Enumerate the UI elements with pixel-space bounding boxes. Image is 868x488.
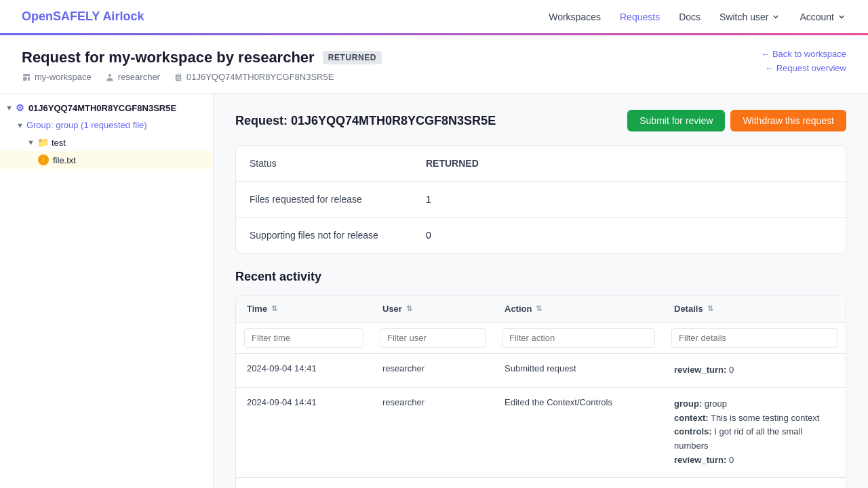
table-row: 2024-09-04 14:41 researcher Submitted re… xyxy=(236,354,846,388)
workspace-icon xyxy=(22,73,31,82)
files-value: 1 xyxy=(426,194,431,205)
tree-folder-test[interactable]: ▼ 📁 test xyxy=(0,134,213,151)
col-header-action[interactable]: Action ⇅ xyxy=(494,296,663,322)
main-layout: ▼ ⚙ 01J6YQQ74MTH0R8YCGF8N3SR5E ▼ Group: … xyxy=(0,94,868,488)
status-row-supporting: Supporting files not for release 0 xyxy=(236,218,846,253)
filter-row xyxy=(236,323,846,354)
activity-user: researcher xyxy=(372,388,494,477)
col-header-time[interactable]: Time ⇅ xyxy=(236,296,372,322)
account-chevron-icon xyxy=(837,12,846,22)
nav-account[interactable]: Account xyxy=(800,12,846,22)
status-row-files: Files requested for release 1 xyxy=(236,182,846,218)
nav-workspaces[interactable]: Workspaces xyxy=(549,12,601,22)
caret-icon: ▼ xyxy=(5,104,13,112)
filter-action-input[interactable] xyxy=(502,328,655,348)
request-overview-link[interactable]: ← Request overview xyxy=(765,63,846,73)
files-label: Files requested for release xyxy=(250,194,426,205)
activity-action: Submitted request xyxy=(494,354,663,387)
header: OpenSAFELY Airlock Workspaces Requests D… xyxy=(0,0,868,35)
filter-time-input[interactable] xyxy=(244,328,363,348)
supporting-value: 0 xyxy=(426,230,431,241)
request-title: Request: 01J6YQQ74MTH0R8YCGF8N3SR5E xyxy=(235,114,496,128)
breadcrumb-researcher: researcher xyxy=(105,72,160,82)
page-actions: ← Back to workspace ← Request overview xyxy=(761,49,846,73)
activity-header-row: Time ⇅ User ⇅ Action ⇅ Details ⇅ xyxy=(236,296,846,323)
request-icon xyxy=(174,73,183,82)
main-nav: Workspaces Requests Docs Switch user Acc… xyxy=(549,12,846,22)
table-row: path: test/file.txtgroup: group xyxy=(236,478,846,488)
filter-details-input[interactable] xyxy=(671,328,837,348)
file-warning-icon: ! xyxy=(38,155,49,165)
filter-user-input[interactable] xyxy=(380,328,486,348)
back-to-workspace-link[interactable]: ← Back to workspace xyxy=(761,49,846,59)
sort-action-icon: ⇅ xyxy=(536,304,542,313)
status-row-status: Status RETURNED xyxy=(236,146,846,182)
activity-action xyxy=(494,478,663,488)
logo-opensafely: OpenSAFELY xyxy=(22,9,100,23)
action-buttons: Submit for review Withdraw this request xyxy=(627,110,846,131)
page-title-researcher: researcher xyxy=(238,49,315,66)
status-badge: RETURNED xyxy=(323,51,382,64)
tree-file-txt[interactable]: ! file.txt xyxy=(0,151,213,169)
folder-icon: 📁 xyxy=(37,137,49,148)
supporting-label: Supporting files not for release xyxy=(250,230,426,241)
chevron-down-icon xyxy=(771,12,781,22)
status-label: Status xyxy=(250,158,426,169)
activity-user: researcher xyxy=(372,354,494,387)
table-row: 2024-09-04 14:41 researcher Edited the C… xyxy=(236,388,846,478)
submit-for-review-button[interactable]: Submit for review xyxy=(627,110,725,131)
activity-details: group: groupcontext: This is some testin… xyxy=(663,388,846,477)
activity-rows: 2024-09-04 14:41 researcher Submitted re… xyxy=(236,354,846,488)
page-title: Request for my-workspace by researcher R… xyxy=(22,49,382,66)
sort-details-icon: ⇅ xyxy=(707,304,713,313)
breadcrumbs: my-workspace researcher 01J6YQQ74MTH0R8Y… xyxy=(22,72,382,82)
activity-section: Recent activity Time ⇅ User ⇅ Action ⇅ xyxy=(235,270,846,488)
sidebar: ▼ ⚙ 01J6YQQ74MTH0R8YCGF8N3SR5E ▼ Group: … xyxy=(0,94,214,488)
nav-requests[interactable]: Requests xyxy=(620,12,660,22)
tree-root[interactable]: ▼ ⚙ 01J6YQQ74MTH0R8YCGF8N3SR5E xyxy=(0,99,213,117)
user-icon xyxy=(105,73,115,82)
sort-user-icon: ⇅ xyxy=(406,304,412,313)
filter-cell-action xyxy=(494,323,663,353)
activity-user xyxy=(372,478,494,488)
activity-time xyxy=(236,478,372,488)
activity-time: 2024-09-04 14:41 xyxy=(236,388,372,477)
activity-table: Time ⇅ User ⇅ Action ⇅ Details ⇅ xyxy=(235,295,846,488)
logo[interactable]: OpenSAFELY Airlock xyxy=(22,9,144,24)
activity-details: review_turn: 0 xyxy=(663,354,846,387)
nav-switch-user[interactable]: Switch user xyxy=(719,12,781,22)
sort-time-icon: ⇅ xyxy=(271,304,277,313)
request-header: Request: 01J6YQQ74MTH0R8YCGF8N3SR5E Subm… xyxy=(235,110,846,131)
status-table: Status RETURNED Files requested for rele… xyxy=(235,145,846,253)
tree-group[interactable]: ▼ Group: group (1 requested file) xyxy=(0,117,213,134)
filter-cell-time xyxy=(236,323,372,353)
nav-docs[interactable]: Docs xyxy=(679,12,701,22)
breadcrumb-workspace: my-workspace xyxy=(22,72,92,82)
main-content: Request: 01J6YQQ74MTH0R8YCGF8N3SR5E Subm… xyxy=(214,94,868,488)
folder-caret-icon: ▼ xyxy=(27,138,35,146)
group-caret-icon: ▼ xyxy=(16,121,24,129)
col-header-details[interactable]: Details ⇅ xyxy=(663,296,846,322)
withdraw-request-button[interactable]: Withdraw this request xyxy=(730,110,846,131)
settings-icon: ⚙ xyxy=(16,102,24,113)
activity-title: Recent activity xyxy=(235,270,846,284)
page-title-section: Request for my-workspace by researcher R… xyxy=(22,49,382,82)
breadcrumb-request-id: 01J6YQQ74MTH0R8YCGF8N3SR5E xyxy=(174,72,334,82)
activity-details: path: test/file.txtgroup: group xyxy=(663,478,846,488)
activity-time: 2024-09-04 14:41 xyxy=(236,354,372,387)
page-header: Request for my-workspace by researcher R… xyxy=(0,35,868,94)
filter-cell-user xyxy=(372,323,494,353)
activity-action: Edited the Context/Controls xyxy=(494,388,663,477)
filter-cell-details xyxy=(663,323,846,353)
status-value: RETURNED xyxy=(426,158,479,169)
col-header-user[interactable]: User ⇅ xyxy=(372,296,494,322)
logo-airlock: Airlock xyxy=(102,9,144,23)
